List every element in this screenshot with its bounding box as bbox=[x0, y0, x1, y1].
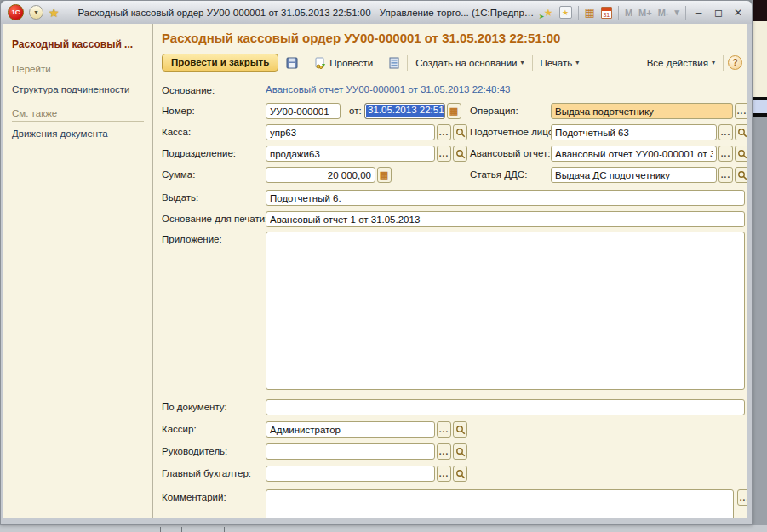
register-list-icon bbox=[389, 57, 399, 69]
rukovoditel-input[interactable] bbox=[266, 443, 435, 460]
osnovanie-label: Основание: bbox=[162, 85, 215, 95]
operation-input[interactable] bbox=[551, 103, 733, 119]
magnifier-button[interactable] bbox=[453, 443, 467, 460]
memory-m-plus-button[interactable]: M+ bbox=[638, 8, 652, 18]
calculator-button[interactable]: ▦ bbox=[377, 167, 392, 183]
memory-chevron-icon[interactable]: ▾ bbox=[674, 7, 679, 18]
post-button[interactable]: Провести bbox=[311, 55, 376, 71]
calendar-day: 31 bbox=[602, 11, 611, 19]
maximize-button[interactable]: ◻ bbox=[712, 6, 725, 20]
add-favorite-icon[interactable]: ★➤ bbox=[544, 7, 553, 19]
rukovoditel-label: Руководитель: bbox=[162, 446, 227, 456]
separator bbox=[532, 55, 533, 71]
choose-button[interactable]: ... bbox=[437, 421, 451, 438]
create-on-basis-button[interactable]: Создать на основании▾ bbox=[412, 56, 527, 70]
dds-input[interactable] bbox=[551, 167, 717, 183]
save-button[interactable] bbox=[283, 55, 301, 71]
favorites-list-icon[interactable]: ★ bbox=[559, 6, 572, 19]
avans-label: Авансовый отчет: bbox=[470, 148, 551, 158]
background-window-fragment bbox=[753, 113, 767, 117]
magnifier-button[interactable] bbox=[453, 124, 467, 140]
choose-button[interactable]: ... bbox=[718, 167, 733, 183]
separator bbox=[381, 55, 381, 71]
choose-button[interactable]: ... bbox=[718, 124, 733, 140]
separator bbox=[618, 6, 619, 20]
magnifier-icon bbox=[455, 469, 466, 479]
main-menu-button[interactable]: ▼ bbox=[29, 5, 43, 20]
document-form: Расходный кассовый ордер УУ00-000001 от … bbox=[154, 24, 747, 518]
po-dokumentu-input[interactable] bbox=[266, 399, 745, 415]
glav-buh-label: Главный бухгалтер: bbox=[162, 468, 251, 478]
favorites-star-icon[interactable]: ★ bbox=[49, 6, 60, 20]
sidebar-section-see-also: См. также bbox=[12, 108, 144, 122]
summa-input[interactable] bbox=[266, 167, 375, 183]
magnifier-button[interactable] bbox=[453, 466, 467, 482]
calculator-icon[interactable]: ▦ bbox=[585, 7, 595, 18]
chevron-down-icon: ▾ bbox=[521, 59, 524, 66]
register-records-button[interactable] bbox=[386, 55, 403, 71]
window-title: Расходный кассовый ордер УУ00-000001 от … bbox=[65, 8, 539, 18]
sidebar-item-document-movements[interactable]: Движения документа bbox=[12, 129, 144, 139]
choose-button[interactable]: ... bbox=[437, 146, 451, 162]
magnifier-button[interactable] bbox=[453, 421, 467, 438]
kommentariy-label: Комментарий: bbox=[162, 492, 226, 502]
separator bbox=[685, 6, 686, 20]
chevron-down-icon: ▾ bbox=[575, 59, 579, 66]
magnifier-button[interactable] bbox=[735, 146, 747, 162]
navigation-panel: Расходный кассовый ... Перейти Структура… bbox=[3, 24, 153, 518]
nomer-label: Номер: bbox=[162, 106, 195, 116]
prilozhenie-textarea[interactable] bbox=[266, 232, 745, 390]
podotchet-input[interactable] bbox=[551, 124, 717, 140]
glav-buh-input[interactable] bbox=[266, 466, 435, 482]
osnovanie-link[interactable]: Авансовый отчет УУ00-000001 от 31.05.201… bbox=[266, 84, 510, 94]
calendar-picker-button[interactable]: ▦ bbox=[447, 103, 461, 119]
magnifier-icon bbox=[737, 128, 747, 138]
kassir-label: Кассир: bbox=[162, 424, 197, 434]
kassa-label: Касса: bbox=[162, 127, 191, 137]
help-button[interactable]: ? bbox=[728, 55, 742, 70]
osn-pechat-input[interactable] bbox=[266, 211, 745, 227]
choose-button[interactable]: ... bbox=[735, 103, 747, 119]
choose-button[interactable]: ... bbox=[437, 124, 451, 140]
taskbar-fragment bbox=[0, 525, 767, 532]
magnifier-icon bbox=[455, 425, 466, 435]
close-button[interactable]: ✕ bbox=[731, 6, 745, 20]
background-window-fragment bbox=[753, 21, 767, 97]
minimize-button[interactable]: – bbox=[692, 6, 706, 20]
all-actions-button[interactable]: Все действия▾ bbox=[644, 56, 718, 70]
ot-label: от: bbox=[349, 106, 362, 116]
podrazdelenie-input[interactable] bbox=[266, 146, 435, 162]
memory-m-minus-button[interactable]: M- bbox=[658, 8, 669, 18]
vydat-input[interactable] bbox=[266, 190, 745, 206]
dds-label: Статья ДДС: bbox=[470, 169, 527, 180]
memory-m-button[interactable]: M bbox=[625, 8, 632, 18]
magnifier-button[interactable] bbox=[453, 146, 467, 162]
post-document-icon bbox=[314, 57, 326, 69]
magnifier-button[interactable] bbox=[735, 124, 747, 140]
avans-input[interactable] bbox=[551, 146, 717, 162]
sidebar-section-go: Перейти bbox=[12, 64, 144, 77]
magnifier-icon bbox=[455, 149, 466, 159]
kommentariy-textarea[interactable] bbox=[266, 489, 734, 518]
chevron-down-icon: ▼ bbox=[33, 9, 39, 15]
chevron-down-icon: ▾ bbox=[712, 59, 715, 66]
separator bbox=[407, 55, 408, 71]
kassir-input[interactable] bbox=[266, 421, 435, 438]
print-button[interactable]: Печать▾ bbox=[537, 56, 583, 70]
kassa-input[interactable] bbox=[266, 124, 435, 140]
magnifier-icon bbox=[455, 128, 466, 138]
post-and-close-button[interactable]: Провести и закрыть bbox=[162, 54, 278, 72]
podrazdelenie-label: Подразделение: bbox=[162, 148, 236, 158]
separator bbox=[306, 55, 306, 71]
date-input[interactable]: 31.05.2013 22:51:00 bbox=[364, 103, 445, 119]
magnifier-icon bbox=[737, 149, 747, 159]
choose-button[interactable]: ... bbox=[437, 443, 451, 460]
nomer-input[interactable] bbox=[266, 103, 341, 119]
sidebar-item-subordination-structure[interactable]: Структура подчиненности bbox=[12, 84, 144, 94]
magnifier-icon bbox=[737, 170, 747, 180]
choose-button[interactable]: ... bbox=[718, 146, 733, 162]
magnifier-button[interactable] bbox=[735, 167, 747, 183]
choose-button[interactable]: ... bbox=[737, 489, 747, 506]
calendar-icon[interactable]: 31 bbox=[601, 7, 612, 19]
choose-button[interactable]: ... bbox=[437, 466, 451, 482]
